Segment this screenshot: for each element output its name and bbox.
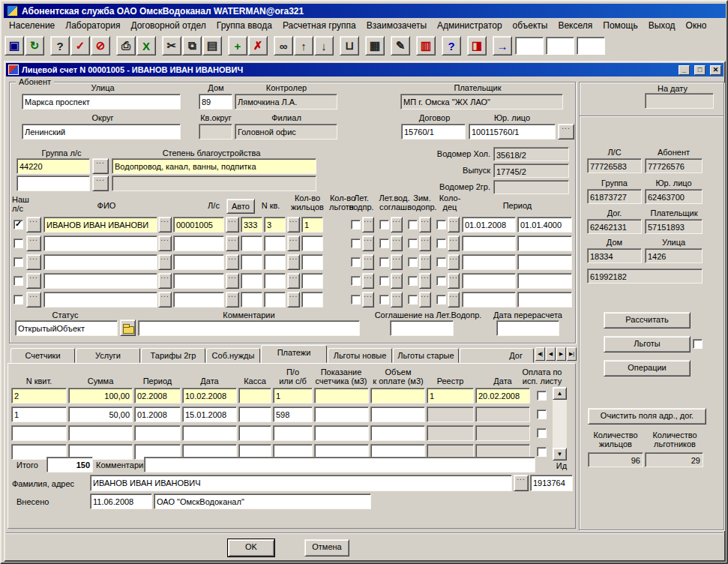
payment-receipt-cell[interactable] bbox=[11, 425, 67, 441]
menu-okno[interactable]: Окно bbox=[681, 19, 712, 32]
grid-residents-ellipsis-button[interactable] bbox=[287, 236, 300, 251]
grid-well-checkbox[interactable] bbox=[436, 257, 446, 267]
grid-residents-field[interactable]: 3 bbox=[264, 217, 286, 232]
grid-winter-ellipsis-button[interactable] bbox=[419, 273, 431, 289]
grid-benefits-field[interactable] bbox=[301, 273, 323, 289]
grid-ls-ellipsis-button[interactable] bbox=[226, 273, 239, 289]
exit-button[interactable]: ◨ bbox=[467, 36, 487, 56]
grid-ls-field[interactable] bbox=[173, 273, 224, 289]
grid-flat-field[interactable] bbox=[241, 273, 262, 289]
tab-schetchiki[interactable]: Счетчики bbox=[10, 348, 75, 363]
grid-fio-ellipsis-button[interactable] bbox=[158, 236, 172, 251]
grid-summer-agr-checkbox[interactable] bbox=[379, 220, 389, 230]
payment-po-cell[interactable]: 598 bbox=[273, 406, 313, 422]
payment-volume-cell[interactable] bbox=[370, 388, 425, 404]
grid-well-checkbox[interactable] bbox=[436, 276, 446, 286]
toolbar-field-1[interactable] bbox=[515, 37, 544, 55]
grid-fio-ellipsis-button[interactable] bbox=[158, 217, 172, 232]
grid-flat-field[interactable] bbox=[241, 236, 262, 251]
payment-writ-checkbox[interactable] bbox=[537, 428, 547, 438]
payment-po-cell[interactable] bbox=[273, 425, 313, 441]
grid-benefits-field[interactable] bbox=[301, 292, 323, 308]
grid-our-ls-checkbox[interactable] bbox=[13, 295, 23, 304]
grid-residents-field[interactable] bbox=[264, 292, 286, 308]
benefits-checkbox[interactable] bbox=[693, 339, 703, 349]
grid-residents-ellipsis-button[interactable] bbox=[287, 217, 300, 232]
grid-ls-ellipsis-button[interactable] bbox=[226, 254, 239, 270]
grid-period-to-field[interactable] bbox=[517, 292, 572, 308]
move-down-button[interactable]: ↓ bbox=[314, 36, 334, 56]
comments-field[interactable] bbox=[138, 320, 360, 336]
cancel-op-button[interactable]: ⊘ bbox=[91, 36, 110, 56]
grid-winter-ellipsis-button[interactable] bbox=[419, 254, 431, 270]
grid-well-ellipsis-button[interactable] bbox=[448, 217, 460, 232]
status-field[interactable]: ОткрытыйОбъект bbox=[15, 320, 118, 336]
menu-laboratoriya[interactable]: Лаборатория bbox=[60, 19, 125, 32]
payment-meter-cell[interactable] bbox=[314, 406, 369, 422]
grid-summer-ellipsis-button[interactable] bbox=[362, 292, 374, 308]
tab-uslugi[interactable]: Услуги bbox=[76, 348, 140, 363]
minimize-button[interactable]: _ bbox=[679, 65, 690, 75]
ok-button[interactable]: OK bbox=[228, 539, 274, 556]
district-field[interactable]: Ленинский bbox=[22, 124, 181, 140]
grid-benefits-field[interactable] bbox=[301, 254, 323, 270]
payment-sum-cell[interactable]: 100,00 bbox=[68, 388, 133, 404]
grid-well-checkbox[interactable] bbox=[436, 295, 446, 304]
grid-winter-checkbox[interactable] bbox=[408, 276, 418, 286]
payment-date-cell[interactable] bbox=[182, 425, 237, 441]
grid-winter-checkbox[interactable] bbox=[408, 295, 418, 304]
titlebar[interactable]: Абонентская служба ОАО ОмскВодоканал WAT… bbox=[4, 4, 726, 18]
tab-dogovor[interactable]: Дог bbox=[460, 348, 534, 363]
grid-well-checkbox[interactable] bbox=[436, 220, 446, 230]
payment-meter-cell[interactable] bbox=[314, 388, 369, 404]
payment-writ-checkbox[interactable] bbox=[537, 410, 547, 419]
payment-date-cell[interactable]: 15.01.2008 bbox=[182, 406, 237, 422]
grid-fio-field[interactable] bbox=[43, 236, 157, 251]
grid-fio-field[interactable] bbox=[43, 273, 157, 289]
grid-fio-field[interactable]: ИВАНОВ ИВАН ИВАНОВИ bbox=[43, 217, 157, 232]
grid-winter-checkbox[interactable] bbox=[408, 238, 418, 248]
grid-ls-ellipsis-button[interactable] bbox=[226, 236, 239, 251]
books-button[interactable]: ▥ bbox=[416, 36, 436, 56]
menu-raschetnaya-gruppa[interactable]: Расчетная группа bbox=[277, 19, 361, 32]
grid-summer-checkbox[interactable] bbox=[351, 257, 361, 267]
payment-kassa-cell[interactable] bbox=[238, 388, 271, 404]
tab-tarify-2gr[interactable]: Тарифы 2гр bbox=[141, 348, 205, 363]
grid-row-ellipsis-button[interactable] bbox=[26, 254, 41, 270]
payment-receipt-cell[interactable]: 2 bbox=[11, 388, 67, 404]
clipboard-button[interactable]: ▦ bbox=[365, 36, 385, 56]
save-button[interactable]: ▣ bbox=[4, 36, 24, 56]
tab-platezhi[interactable]: Платежи bbox=[261, 345, 327, 363]
grid-summer-ellipsis-button[interactable] bbox=[362, 273, 374, 289]
copy-button[interactable]: ⧉ bbox=[182, 36, 202, 56]
toolbar-field-3[interactable] bbox=[577, 37, 605, 55]
grid-ls-field[interactable] bbox=[173, 254, 224, 270]
grid-row-ellipsis-button[interactable] bbox=[26, 217, 41, 232]
contract-field[interactable]: 15760/1 bbox=[401, 124, 466, 140]
grid-fio-ellipsis-button[interactable] bbox=[158, 254, 172, 270]
cancel-button[interactable]: Отмена bbox=[304, 539, 349, 556]
grid-ls-field[interactable]: 00001005 bbox=[173, 217, 224, 232]
grid-summer-ellipsis-button[interactable] bbox=[362, 236, 374, 251]
grid-residents-field[interactable] bbox=[264, 273, 286, 289]
payment-volume-cell[interactable] bbox=[370, 425, 425, 441]
excel-export-button[interactable]: X bbox=[136, 36, 156, 56]
grid-summer-ellipsis-button[interactable] bbox=[362, 217, 374, 232]
grid-summer-agr-ellipsis-button[interactable] bbox=[391, 273, 403, 289]
grid-ls-ellipsis-button[interactable] bbox=[226, 217, 239, 232]
on-date-field[interactable] bbox=[645, 93, 714, 109]
summer-agreement-field[interactable] bbox=[390, 320, 454, 336]
tab-scroll-last-icon[interactable]: ▶| bbox=[567, 347, 577, 361]
grid-fio-ellipsis-button[interactable] bbox=[158, 292, 172, 308]
grid-summer-agr-checkbox[interactable] bbox=[379, 276, 389, 286]
grid-our-ls-checkbox[interactable] bbox=[13, 257, 23, 267]
clear-address-button[interactable]: Очистить поля адр., дог. bbox=[588, 408, 706, 424]
tab-scroll-first-icon[interactable]: ◀| bbox=[535, 347, 545, 361]
grid-period-from-field[interactable]: 01.01.2008 bbox=[462, 217, 516, 232]
tab-lgoty-novye[interactable]: Льготы новые bbox=[328, 348, 392, 363]
cut-button[interactable]: ✂ bbox=[162, 36, 181, 56]
help-button[interactable]: ? bbox=[442, 36, 461, 56]
payment-kassa-cell[interactable] bbox=[238, 406, 271, 422]
find-button[interactable]: ∞ bbox=[274, 36, 293, 56]
grid-fio-field[interactable] bbox=[43, 292, 157, 308]
